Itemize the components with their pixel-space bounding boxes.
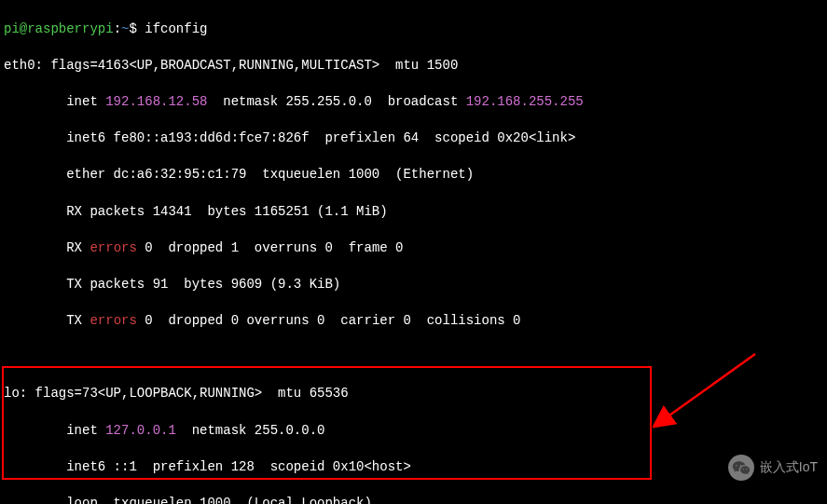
eth0-header: eth0: flags=4163<UP,BROADCAST,RUNNING,MU… [4,57,823,75]
eth0-rx-errors: RX errors 0 dropped 1 overruns 0 frame 0 [4,239,823,258]
prompt-line-1[interactable]: pi@raspberrypi:~$ ifconfig [4,20,823,39]
eth0-tx-packets: TX packets 91 bytes 9609 (9.3 KiB) [4,276,823,294]
eth0-ip: 192.168.12.58 [105,94,207,109]
lo-ip: 127.0.0.1 [105,423,176,438]
lo-header: lo: flags=73<UP,LOOPBACK,RUNNING> mtu 65… [4,385,823,403]
eth0-rx-packets: RX packets 14341 bytes 1165251 (1.1 MiB) [4,203,823,222]
eth0-broadcast: 192.168.255.255 [466,94,584,109]
lo-inet: inet 127.0.0.1 netmask 255.0.0.0 [4,422,823,441]
eth0-ether: ether dc:a6:32:95:c1:79 txqueuelen 1000 … [4,166,823,184]
lo-inet6: inet6 ::1 prefixlen 128 scopeid 0x10<hos… [4,458,823,477]
watermark: 嵌入式IoT [728,455,818,481]
lo-loop: loop txqueuelen 1000 (Local Loopback) [4,495,823,504]
eth0-tx-errors: TX errors 0 dropped 0 overruns 0 carrier… [4,312,823,331]
eth0-inet: inet 192.168.12.58 netmask 255.255.0.0 b… [4,93,823,112]
wechat-icon [728,455,754,481]
terminal-output: pi@raspberrypi:~$ ifconfig eth0: flags=4… [4,2,823,504]
watermark-text: 嵌入式IoT [760,458,818,477]
blank-line [4,348,823,367]
prompt-user: pi@raspberrypi [4,21,114,36]
command-text: ifconfig [137,21,208,36]
eth0-inet6: inet6 fe80::a193:dd6d:fce7:826f prefixle… [4,129,823,148]
